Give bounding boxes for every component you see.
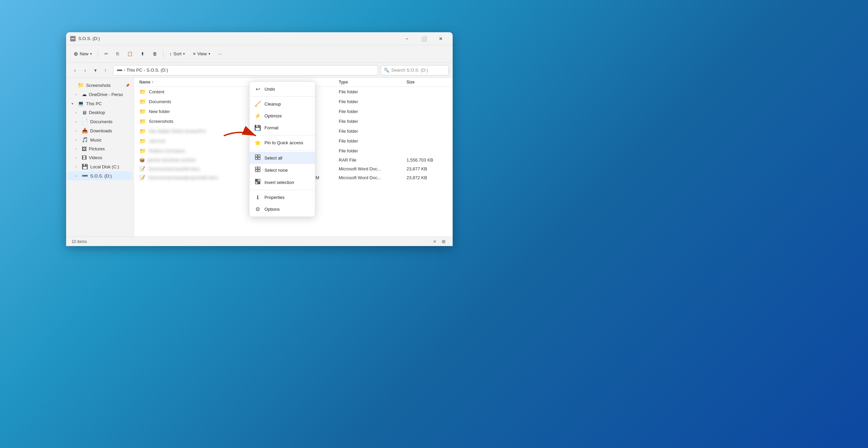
search-placeholder: Search S.O.S. (D:) (391, 68, 428, 73)
menu-item-label: Invert selection (264, 180, 294, 185)
menu-item-cleanup[interactable]: 🧹 Cleanup (250, 98, 315, 110)
menu-item-properties[interactable]: ℹ Properties (250, 191, 315, 203)
menu-item-select-none[interactable]: Select none (250, 164, 315, 176)
grid-view-button[interactable]: ⊞ (440, 238, 447, 245)
forward-button[interactable]: › (80, 66, 90, 75)
close-button[interactable]: ✕ (433, 33, 449, 44)
menu-item-format[interactable]: 💾 Format (250, 122, 315, 134)
sidebar-item-label: OneDrive - Perso (89, 92, 123, 97)
menu-item-options[interactable]: ⚙ Options (250, 203, 315, 215)
new-label: New (80, 51, 88, 56)
menu-item-select-all[interactable]: Select all (250, 152, 315, 164)
menu-item-label: Properties (264, 195, 284, 200)
file-size: 23,872 KB (407, 175, 447, 180)
window-icon (70, 36, 76, 41)
sort-button[interactable]: ↕ Sort ▾ (166, 48, 188, 60)
chevron-icon: › (76, 156, 80, 160)
menu-separator-1 (250, 96, 315, 97)
status-view-icons: ≡ ⊞ (431, 238, 447, 245)
sidebar-item-label: Videos (89, 155, 102, 160)
file-type: File folder (339, 89, 407, 94)
sos-drive-icon: ➖ (82, 173, 88, 179)
menu-item-invert-selection[interactable]: Invert selection (250, 176, 315, 188)
sidebar-item-videos[interactable]: › 🎞 Videos (67, 153, 132, 162)
chevron-icon: › (76, 165, 80, 169)
file-type: File folder (339, 109, 407, 114)
menu-item-label: Format (264, 125, 278, 130)
search-icon: 🔍 (384, 68, 389, 73)
onedrive-icon: ☁ (82, 91, 87, 97)
file-type: Microsoft Word Doc... (339, 166, 407, 171)
new-chevron-icon: ▾ (90, 52, 92, 56)
sidebar-item-downloads[interactable]: › 📥 Downloads (67, 126, 132, 135)
new-icon: ⊕ (74, 51, 78, 57)
toolbar-separator-2 (163, 50, 163, 58)
toolbar-separator-1 (98, 50, 98, 58)
sidebar-item-music[interactable]: › 🎵 Music (67, 135, 132, 144)
chevron-icon: › (76, 174, 80, 178)
view-icon: ≡ (193, 51, 196, 56)
copy-button[interactable]: ⎘ (113, 48, 122, 60)
svg-rect-11 (258, 179, 260, 181)
up-button[interactable]: ↑ (101, 66, 110, 75)
sidebar-item-sos-drive[interactable]: › ➖ S.O.S. (D:) (67, 171, 132, 180)
dropdown-menu: ↩ Undo 🧹 Cleanup ⚡ Optimize 💾 Format ⭐ P… (249, 81, 315, 217)
word-icon: 📝 (139, 166, 145, 171)
list-view-button[interactable]: ≡ (431, 238, 438, 245)
sort-icon: ↕ (170, 51, 172, 56)
sidebar-item-screenshots[interactable]: 📁 Screenshots 📌 (67, 81, 132, 90)
menu-item-undo[interactable]: ↩ Undo (250, 83, 315, 95)
pin-icon: 📌 (125, 83, 130, 87)
folder-icon: 📁 (139, 108, 146, 115)
history-button[interactable]: ▾ (91, 66, 100, 75)
sidebar-item-onedrive[interactable]: › ☁ OneDrive - Perso (67, 90, 132, 99)
chevron-icon: › (76, 120, 80, 124)
status-bar: 10 items ≡ ⊞ (66, 237, 453, 246)
folder-icon: 📁 (139, 118, 146, 125)
back-button[interactable]: ‹ (70, 66, 80, 75)
downloads-icon: 📥 (82, 128, 88, 134)
sidebar-item-this-pc[interactable]: ▾ 💻 This PC (67, 99, 132, 108)
window-controls: − ⬜ ✕ (399, 33, 449, 44)
share-button[interactable]: ⬆ (137, 48, 148, 60)
file-name: Documents (149, 99, 171, 104)
rar-icon: 📦 (139, 157, 145, 163)
share-icon: ⬆ (141, 51, 144, 56)
format-icon: 💾 (254, 125, 261, 131)
sidebar-item-documents[interactable]: › 📄 Documents (67, 117, 132, 126)
title-bar: S.O.S. (D:) − ⬜ ✕ (66, 32, 453, 45)
view-chevron-icon: ▾ (209, 52, 210, 56)
address-path[interactable]: ➖ › This PC › S.O.S. (D:) (113, 65, 378, 75)
new-button[interactable]: ⊕ New ▾ (70, 48, 95, 60)
sidebar-item-label: Documents (90, 119, 113, 124)
maximize-button[interactable]: ⬜ (416, 33, 432, 44)
word-icon: 📝 (139, 175, 145, 180)
search-box[interactable]: 🔍 Search S.O.S. (D:) (381, 65, 449, 75)
menu-item-label: Cleanup (264, 101, 281, 107)
minimize-button[interactable]: − (399, 33, 415, 44)
svg-rect-8 (255, 170, 257, 172)
path-separator-1: › (124, 68, 125, 73)
file-type: File folder (339, 99, 407, 104)
sidebar-item-pictures[interactable]: › 🖼 Pictures (67, 145, 132, 153)
folder-icon: 📁 (139, 138, 146, 144)
svg-rect-2 (255, 155, 257, 157)
file-type: File folder (339, 119, 407, 124)
sidebar-item-label: Desktop (89, 110, 105, 115)
svg-rect-6 (255, 167, 257, 169)
delete-button[interactable]: 🗑 (149, 48, 160, 60)
cut-icon: ✂ (104, 51, 108, 56)
sidebar-item-local-disk[interactable]: › 💾 Local Disk (C:) (67, 162, 132, 171)
drive-icon-small: ➖ (117, 68, 122, 73)
file-name: Nar Stable Online ScreenPro (149, 129, 206, 134)
paste-button[interactable]: 📋 (124, 48, 136, 60)
view-button[interactable]: ≡ View ▾ (190, 48, 214, 60)
menu-item-pin-quick-access[interactable]: ⭐ Pin to Quick access (250, 137, 315, 149)
cut-button[interactable]: ✂ (101, 48, 112, 60)
file-type: File folder (339, 148, 407, 153)
more-button[interactable]: ··· (215, 48, 225, 60)
sidebar-item-desktop[interactable]: › 🖥 Desktop (67, 108, 132, 117)
column-size: Size (407, 80, 447, 85)
nav-buttons: ‹ › ▾ ↑ (70, 66, 110, 75)
menu-item-optimize[interactable]: ⚡ Optimize (250, 110, 315, 122)
